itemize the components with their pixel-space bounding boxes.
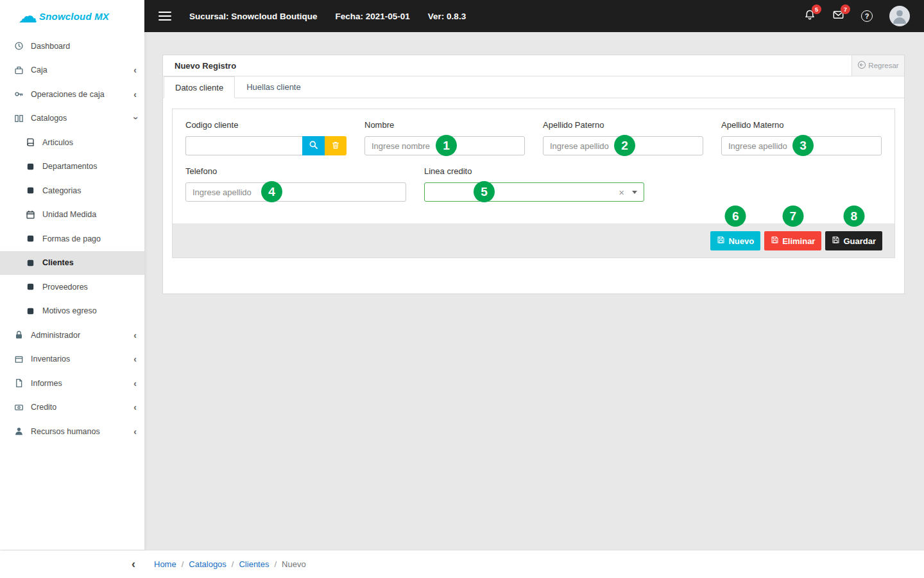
sidebar-item-label: Motivos egreso bbox=[42, 306, 97, 315]
help-button[interactable]: ? bbox=[861, 10, 873, 22]
sidebar-item-categorias[interactable]: Categorias bbox=[0, 179, 144, 203]
guardar-button[interactable]: Guardar bbox=[825, 231, 882, 250]
chevron-down-icon: ‹ bbox=[130, 117, 141, 120]
notifications-badge: 5 bbox=[812, 4, 821, 14]
sidebar-item-recursos-humanos[interactable]: Recursos humanos ‹ bbox=[0, 419, 144, 444]
sidebar-item-articulos[interactable]: Articulos bbox=[0, 130, 144, 155]
codigo-cliente-input[interactable] bbox=[185, 136, 302, 155]
sidebar-item-label: Informes bbox=[31, 379, 62, 388]
save-icon bbox=[771, 236, 779, 246]
linea-credito-select[interactable]: × bbox=[424, 182, 644, 202]
dashboard-clock-icon bbox=[14, 41, 31, 51]
brand-logo[interactable]: ☁ Snowcloud MX bbox=[0, 0, 144, 32]
nuevo-button[interactable]: Nuevo bbox=[710, 231, 760, 250]
tab-huellas-cliente[interactable]: Huellas cliente bbox=[235, 76, 312, 98]
chevron-left-icon: ‹ bbox=[133, 354, 137, 364]
save-icon bbox=[717, 236, 725, 246]
chevron-left-icon: ‹ bbox=[133, 426, 137, 437]
sidebar-item-dashboard[interactable]: Dashboard bbox=[0, 34, 144, 58]
brand-name: Snowcloud MX bbox=[39, 11, 109, 22]
annotation-badge-8: 8 bbox=[843, 206, 864, 227]
sidebar-item-operaciones-de-caja[interactable]: Operaciones de caja ‹ bbox=[0, 82, 144, 107]
sidebar-item-label: Credito bbox=[31, 403, 56, 412]
book-icon bbox=[26, 137, 42, 147]
annotation-badge-1: 1 bbox=[436, 135, 457, 156]
search-icon bbox=[309, 140, 318, 152]
sidebar-item-unidad-medida[interactable]: Unidad Medida bbox=[0, 203, 144, 227]
sidebar-item-credito[interactable]: Credito ‹ bbox=[0, 396, 144, 420]
telefono-input[interactable] bbox=[185, 182, 406, 202]
sidebar-item-label: Recursos humanos bbox=[31, 427, 100, 436]
key-icon bbox=[14, 89, 31, 99]
form-fields: Codigo cliente bbox=[173, 109, 894, 223]
nuevo-button-label: Nuevo bbox=[728, 236, 754, 246]
annotation-badge-7: 7 bbox=[782, 206, 803, 227]
annotation-badge-5: 5 bbox=[474, 181, 495, 202]
footer: ‹ Home / Catalogos / Clientes / Nuevo bbox=[0, 550, 924, 578]
breadcrumb: Home / Catalogos / Clientes / Nuevo bbox=[144, 559, 306, 569]
sidebar-item-label: Operaciones de caja bbox=[31, 90, 105, 99]
linea-credito-label: Linea credito bbox=[424, 166, 644, 176]
sidebar-item-administrador[interactable]: Administrador ‹ bbox=[0, 323, 144, 347]
breadcrumb-clientes[interactable]: Clientes bbox=[239, 559, 269, 569]
breadcrumb-home[interactable]: Home bbox=[154, 559, 176, 569]
annotation-badge-2: 2 bbox=[614, 135, 635, 156]
sidebar-item-informes[interactable]: Informes ‹ bbox=[0, 371, 144, 396]
field-codigo-cliente: Codigo cliente bbox=[185, 117, 346, 155]
books-icon bbox=[14, 114, 31, 123]
square-icon bbox=[26, 162, 42, 171]
chevron-left-icon: ‹ bbox=[133, 89, 137, 100]
topbar: Sucursal: Snowcloud Boutique Fecha: 2021… bbox=[144, 0, 924, 32]
cashbox-icon bbox=[14, 66, 31, 75]
card-body: Codigo cliente bbox=[163, 98, 904, 293]
codigo-cliente-input-group bbox=[185, 136, 346, 155]
sidebar-item-motivos-egreso[interactable]: Motivos egreso bbox=[0, 299, 144, 324]
chevron-left-icon: ‹ bbox=[133, 402, 137, 412]
user-avatar[interactable] bbox=[889, 6, 910, 26]
sucursal-label: Sucursal: Snowcloud Boutique bbox=[189, 12, 318, 21]
sidebar: ☁ Snowcloud MX Dashboard Caja ‹ Operacio… bbox=[0, 0, 144, 550]
breadcrumb-separator: / bbox=[182, 559, 184, 569]
sidebar-item-clientes[interactable]: Clientes bbox=[0, 251, 144, 276]
sidebar-item-label: Catalogos bbox=[31, 114, 67, 123]
sidebar-item-label: Unidad Medida bbox=[42, 210, 96, 219]
back-button[interactable]: Regresar bbox=[851, 55, 904, 76]
sidebar-item-inventarios[interactable]: Inventarios ‹ bbox=[0, 347, 144, 372]
sidebar-item-proveedores[interactable]: Proveedores bbox=[0, 275, 144, 299]
app-root: ☁ Snowcloud MX Dashboard Caja ‹ Operacio… bbox=[0, 0, 924, 578]
calendar-icon bbox=[26, 210, 42, 220]
sidebar-item-formas-de-pago[interactable]: Formas de pago bbox=[0, 227, 144, 251]
messages-button[interactable]: 7 bbox=[832, 9, 844, 23]
sidebar-collapse-button[interactable]: ‹ bbox=[132, 557, 135, 571]
chevron-left-icon: ‹ bbox=[133, 65, 137, 75]
breadcrumb-current: Nuevo bbox=[282, 559, 306, 569]
sidebar-item-label: Categorias bbox=[42, 186, 81, 195]
breadcrumb-catalogos[interactable]: Catalogos bbox=[189, 559, 227, 569]
notifications-button[interactable]: 5 bbox=[804, 9, 816, 23]
sidebar-item-departamentos[interactable]: Departamentos bbox=[0, 155, 144, 179]
delete-code-button[interactable] bbox=[325, 136, 346, 155]
fecha-label: Fecha: 2021-05-01 bbox=[336, 12, 410, 21]
banknote-icon bbox=[14, 403, 31, 412]
square-icon bbox=[26, 306, 42, 316]
tab-datos-cliente[interactable]: Datos cliente bbox=[164, 76, 235, 98]
lock-icon bbox=[14, 330, 31, 340]
annotation-badge-3: 3 bbox=[792, 135, 814, 156]
telefono-label: Telefono bbox=[185, 166, 406, 176]
field-apellido-materno: Apellido Materno 3 bbox=[721, 117, 882, 155]
sidebar-item-catalogos[interactable]: Catalogos ‹ bbox=[0, 107, 144, 131]
eliminar-button-label: Eliminar bbox=[782, 236, 815, 246]
breadcrumb-separator: / bbox=[274, 559, 277, 569]
back-button-label: Regresar bbox=[868, 62, 898, 69]
clear-selection-icon[interactable]: × bbox=[619, 187, 624, 198]
sidebar-item-caja[interactable]: Caja ‹ bbox=[0, 58, 144, 83]
annotation-badge-4: 4 bbox=[261, 181, 282, 202]
sidebar-item-label: Inventarios bbox=[31, 355, 70, 363]
messages-badge: 7 bbox=[841, 4, 850, 14]
eliminar-button[interactable]: Eliminar bbox=[764, 231, 821, 250]
form-actions: 6 Nuevo 7 Eliminar bbox=[173, 223, 894, 258]
chevron-left-icon: ‹ bbox=[133, 378, 137, 389]
search-button[interactable] bbox=[302, 136, 325, 155]
form-panel: Codigo cliente bbox=[172, 109, 895, 258]
menu-toggle-button[interactable] bbox=[158, 12, 171, 21]
